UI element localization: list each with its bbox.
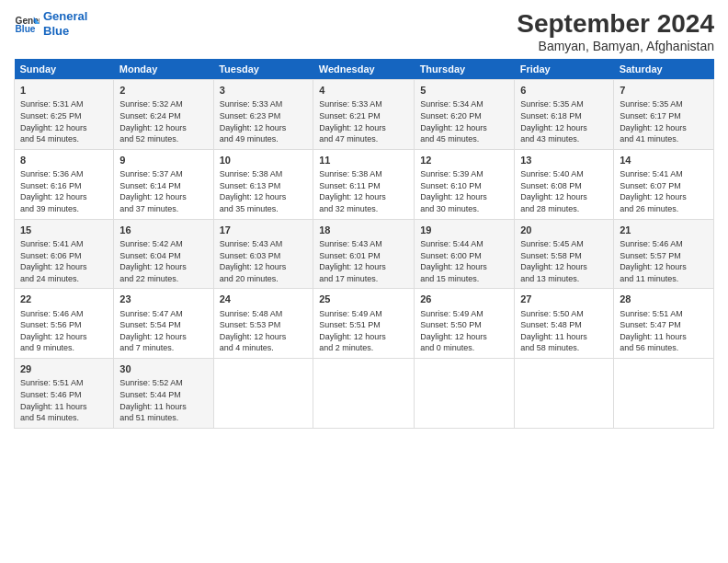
table-row: 15Sunrise: 5:41 AM Sunset: 6:06 PM Dayli… [15, 219, 114, 289]
day-content: Sunrise: 5:43 AM Sunset: 6:03 PM Dayligh… [220, 238, 308, 284]
day-content: Sunrise: 5:48 AM Sunset: 5:53 PM Dayligh… [220, 308, 308, 354]
day-number: 13 [520, 154, 608, 167]
calendar-week-row: 8Sunrise: 5:36 AM Sunset: 6:16 PM Daylig… [15, 149, 714, 219]
day-number: 16 [119, 224, 207, 237]
day-number: 11 [319, 154, 408, 167]
location: Bamyan, Bamyan, Afghanistan [517, 39, 714, 53]
day-content: Sunrise: 5:41 AM Sunset: 6:06 PM Dayligh… [20, 238, 108, 284]
day-content: Sunrise: 5:39 AM Sunset: 6:10 PM Dayligh… [420, 168, 508, 214]
day-content: Sunrise: 5:46 AM Sunset: 5:56 PM Dayligh… [20, 308, 108, 354]
calendar-week-row: 29Sunrise: 5:51 AM Sunset: 5:46 PM Dayli… [15, 359, 714, 429]
col-tuesday: Tuesday [213, 59, 313, 80]
day-number: 20 [520, 224, 608, 237]
table-row: 13Sunrise: 5:40 AM Sunset: 6:08 PM Dayli… [515, 149, 614, 219]
day-number: 17 [220, 224, 308, 237]
day-number: 27 [520, 293, 608, 306]
table-row: 28Sunrise: 5:51 AM Sunset: 5:47 PM Dayli… [614, 289, 714, 359]
col-sunday: Sunday [15, 59, 114, 80]
day-content: Sunrise: 5:32 AM Sunset: 6:24 PM Dayligh… [119, 98, 207, 144]
day-number: 5 [420, 84, 508, 98]
day-content: Sunrise: 5:34 AM Sunset: 6:20 PM Dayligh… [420, 98, 508, 144]
day-number: 28 [620, 293, 708, 306]
day-content: Sunrise: 5:47 AM Sunset: 5:54 PM Dayligh… [119, 308, 207, 354]
table-row: 18Sunrise: 5:43 AM Sunset: 6:01 PM Dayli… [313, 219, 415, 289]
table-row: 1Sunrise: 5:31 AM Sunset: 6:25 PM Daylig… [15, 80, 114, 150]
table-row: 21Sunrise: 5:46 AM Sunset: 5:57 PM Dayli… [614, 219, 714, 289]
day-content: Sunrise: 5:40 AM Sunset: 6:08 PM Dayligh… [520, 168, 608, 214]
day-number: 4 [319, 84, 408, 98]
day-content: Sunrise: 5:31 AM Sunset: 6:25 PM Dayligh… [20, 98, 108, 144]
day-content: Sunrise: 5:50 AM Sunset: 5:48 PM Dayligh… [520, 308, 608, 354]
table-row: 12Sunrise: 5:39 AM Sunset: 6:10 PM Dayli… [415, 149, 515, 219]
table-row: 14Sunrise: 5:41 AM Sunset: 6:07 PM Dayli… [614, 149, 714, 219]
table-row: 5Sunrise: 5:34 AM Sunset: 6:20 PM Daylig… [415, 80, 515, 150]
table-row: 3Sunrise: 5:33 AM Sunset: 6:23 PM Daylig… [213, 80, 313, 150]
day-number: 21 [620, 224, 708, 237]
month-title: September 2024 [517, 9, 714, 39]
day-content: Sunrise: 5:33 AM Sunset: 6:23 PM Dayligh… [220, 98, 308, 144]
day-content: Sunrise: 5:35 AM Sunset: 6:18 PM Dayligh… [520, 98, 608, 144]
day-content: Sunrise: 5:51 AM Sunset: 5:47 PM Dayligh… [620, 308, 708, 354]
main-container: General Blue General Blue September 2024… [0, 0, 728, 438]
table-row: 25Sunrise: 5:49 AM Sunset: 5:51 PM Dayli… [313, 289, 415, 359]
col-wednesday: Wednesday [313, 59, 415, 80]
day-number: 6 [520, 84, 608, 98]
table-row [614, 359, 714, 429]
day-content: Sunrise: 5:45 AM Sunset: 5:58 PM Dayligh… [520, 238, 608, 284]
day-content: Sunrise: 5:42 AM Sunset: 6:04 PM Dayligh… [119, 238, 207, 284]
day-number: 15 [20, 224, 108, 237]
table-row: 27Sunrise: 5:50 AM Sunset: 5:48 PM Dayli… [515, 289, 614, 359]
col-saturday: Saturday [614, 59, 714, 80]
table-row: 10Sunrise: 5:38 AM Sunset: 6:13 PM Dayli… [213, 149, 313, 219]
day-number: 9 [119, 154, 207, 167]
table-row: 30Sunrise: 5:52 AM Sunset: 5:44 PM Dayli… [114, 359, 213, 429]
table-row: 23Sunrise: 5:47 AM Sunset: 5:54 PM Dayli… [114, 289, 213, 359]
table-row: 22Sunrise: 5:46 AM Sunset: 5:56 PM Dayli… [15, 289, 114, 359]
day-number: 3 [220, 84, 308, 98]
table-row: 20Sunrise: 5:45 AM Sunset: 5:58 PM Dayli… [515, 219, 614, 289]
day-number: 14 [620, 154, 708, 167]
day-number: 29 [20, 362, 108, 376]
table-row: 4Sunrise: 5:33 AM Sunset: 6:21 PM Daylig… [313, 80, 415, 150]
calendar-week-row: 1Sunrise: 5:31 AM Sunset: 6:25 PM Daylig… [15, 80, 714, 150]
day-content: Sunrise: 5:38 AM Sunset: 6:13 PM Dayligh… [220, 168, 308, 214]
table-row: 8Sunrise: 5:36 AM Sunset: 6:16 PM Daylig… [15, 149, 114, 219]
day-number: 2 [119, 84, 207, 98]
day-number: 24 [220, 293, 308, 306]
day-content: Sunrise: 5:38 AM Sunset: 6:11 PM Dayligh… [319, 168, 408, 214]
col-monday: Monday [114, 59, 213, 80]
table-row [313, 359, 415, 429]
day-content: Sunrise: 5:37 AM Sunset: 6:14 PM Dayligh… [119, 168, 207, 214]
calendar-week-row: 22Sunrise: 5:46 AM Sunset: 5:56 PM Dayli… [15, 289, 714, 359]
day-content: Sunrise: 5:36 AM Sunset: 6:16 PM Dayligh… [20, 168, 108, 214]
table-row: 26Sunrise: 5:49 AM Sunset: 5:50 PM Dayli… [415, 289, 515, 359]
day-content: Sunrise: 5:41 AM Sunset: 6:07 PM Dayligh… [620, 168, 708, 214]
day-number: 22 [20, 293, 108, 306]
day-number: 10 [220, 154, 308, 167]
table-row: 2Sunrise: 5:32 AM Sunset: 6:24 PM Daylig… [114, 80, 213, 150]
logo-icon: General Blue [14, 11, 40, 37]
day-number: 26 [420, 293, 508, 306]
table-row: 16Sunrise: 5:42 AM Sunset: 6:04 PM Dayli… [114, 219, 213, 289]
day-content: Sunrise: 5:44 AM Sunset: 6:00 PM Dayligh… [420, 238, 508, 284]
table-row [415, 359, 515, 429]
day-content: Sunrise: 5:33 AM Sunset: 6:21 PM Dayligh… [319, 98, 408, 144]
table-row [213, 359, 313, 429]
col-thursday: Thursday [415, 59, 515, 80]
table-row [515, 359, 614, 429]
table-row: 6Sunrise: 5:35 AM Sunset: 6:18 PM Daylig… [515, 80, 614, 150]
calendar-week-row: 15Sunrise: 5:41 AM Sunset: 6:06 PM Dayli… [15, 219, 714, 289]
day-number: 19 [420, 224, 508, 237]
day-content: Sunrise: 5:43 AM Sunset: 6:01 PM Dayligh… [319, 238, 408, 284]
day-number: 25 [319, 293, 408, 306]
table-row: 11Sunrise: 5:38 AM Sunset: 6:11 PM Dayli… [313, 149, 415, 219]
header: General Blue General Blue September 2024… [14, 9, 714, 53]
svg-text:Blue: Blue [16, 24, 36, 34]
col-friday: Friday [515, 59, 614, 80]
day-number: 18 [319, 224, 408, 237]
day-content: Sunrise: 5:49 AM Sunset: 5:51 PM Dayligh… [319, 308, 408, 354]
day-content: Sunrise: 5:49 AM Sunset: 5:50 PM Dayligh… [420, 308, 508, 354]
day-number: 1 [20, 84, 108, 98]
table-row: 9Sunrise: 5:37 AM Sunset: 6:14 PM Daylig… [114, 149, 213, 219]
day-content: Sunrise: 5:46 AM Sunset: 5:57 PM Dayligh… [620, 238, 708, 284]
